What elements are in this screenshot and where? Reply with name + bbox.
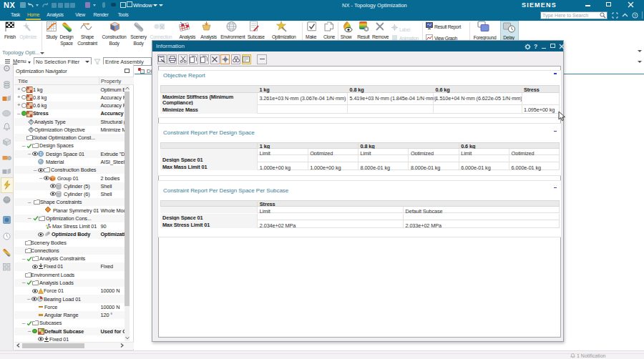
svg-text:?: ?: [634, 13, 637, 17]
